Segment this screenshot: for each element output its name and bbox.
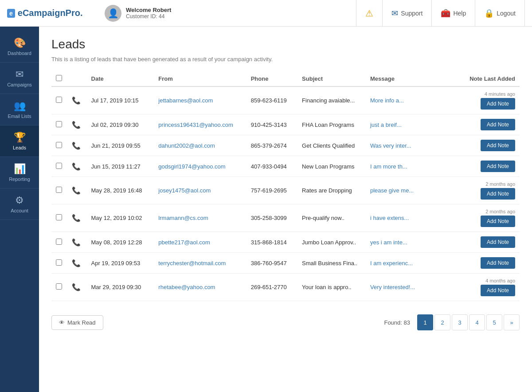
row-type-cell: 📞: [67, 114, 87, 135]
add-note-button[interactable]: Add Note: [481, 188, 515, 200]
phone-icon: 📞: [72, 214, 81, 222]
page-btn-3[interactable]: 3: [452, 314, 468, 330]
row-note-cell: 4 minutes agoAdd Note: [434, 86, 520, 114]
eye-icon: 👁: [59, 319, 65, 326]
page-btn-4[interactable]: 4: [469, 314, 485, 330]
footer-right: Found: 83 1 2 3 4 5 »: [384, 314, 520, 330]
row-checkbox[interactable]: [56, 187, 62, 193]
row-checkbox[interactable]: [56, 121, 62, 127]
leads-table: Date From Phone Subject Message Note Las…: [51, 71, 520, 301]
note-time: 2 months ago: [485, 209, 515, 214]
sidebar: 🎨 Dashboard ✉ Campaigns 👥 Email Lists 🏆 …: [0, 27, 39, 392]
row-from-cell: princess196431@yahoo.com: [154, 114, 246, 135]
message-link[interactable]: yes i am inte...: [370, 239, 407, 246]
email-link[interactable]: princess196431@yahoo.com: [158, 122, 233, 128]
row-date-cell: Jun 15, 2019 11:27: [87, 156, 154, 177]
row-note-cell: Add Note: [434, 232, 520, 253]
message-link[interactable]: I am more th...: [370, 163, 407, 170]
add-note-button[interactable]: Add Note: [481, 119, 515, 130]
row-checkbox[interactable]: [56, 142, 62, 148]
email-link[interactable]: lrmamann@cs.com: [158, 215, 208, 221]
row-type-cell: 📞: [67, 274, 87, 301]
row-message-cell: Very interested!...: [366, 274, 434, 301]
page-btn-2[interactable]: 2: [434, 314, 450, 330]
row-type-cell: 📞: [67, 86, 87, 114]
avatar: 👤: [105, 5, 121, 22]
row-from-cell: pbette217@aol.com: [154, 232, 246, 253]
message-link[interactable]: i have extens...: [370, 215, 409, 221]
add-note-button[interactable]: Add Note: [481, 98, 515, 110]
email-link[interactable]: terrychester@hotmail.com: [158, 260, 226, 267]
phone-icon: 📞: [72, 142, 81, 149]
message-link[interactable]: Very interested!...: [370, 284, 415, 290]
row-checkbox[interactable]: [56, 259, 62, 266]
row-phone-cell: 315-868-1814: [246, 232, 297, 253]
row-checkbox[interactable]: [56, 239, 62, 245]
email-link[interactable]: rhetabee@yahoo.com: [158, 284, 215, 290]
row-checkbox[interactable]: [56, 214, 62, 220]
customer-id[interactable]: Customer ID: 44: [126, 13, 171, 20]
add-note-button[interactable]: Add Note: [481, 140, 515, 151]
email-link[interactable]: dahunt2002@aol.com: [158, 142, 215, 149]
message-link[interactable]: More info a...: [370, 97, 404, 104]
email-link[interactable]: pbette217@aol.com: [158, 239, 210, 246]
mark-read-button[interactable]: 👁 Mark Read: [51, 315, 103, 330]
row-phone-cell: 269-651-2770: [246, 274, 297, 301]
email-link[interactable]: josey1475@aol.com: [158, 187, 211, 194]
select-all-checkbox[interactable]: [56, 75, 62, 81]
row-date-cell: Jul 02, 2019 09:30: [87, 114, 154, 135]
page-btn-next[interactable]: »: [504, 314, 520, 330]
page-title: Leads: [51, 37, 520, 51]
add-note-button[interactable]: Add Note: [481, 257, 515, 269]
row-phone-cell: 910-425-3143: [246, 114, 297, 135]
sidebar-label-leads: Leads: [13, 145, 26, 150]
table-row: 📞 Jun 15, 2019 11:27 godsgirl1974@yahoo.…: [51, 156, 520, 177]
help-icon: 🧰: [441, 8, 450, 18]
add-note-button[interactable]: Add Note: [481, 236, 515, 248]
sidebar-item-email-lists[interactable]: 👥 Email Lists: [0, 94, 39, 125]
row-message-cell: More info a...: [366, 86, 434, 114]
row-subject-cell: Get Clients Qualified: [297, 135, 366, 156]
sidebar-item-reporting[interactable]: 📊 Reporting: [0, 157, 39, 188]
col-header-from: From: [154, 71, 246, 86]
row-checkbox[interactable]: [56, 163, 62, 169]
add-note-button[interactable]: Add Note: [481, 161, 515, 172]
add-note-button[interactable]: Add Note: [481, 285, 515, 296]
support-icon: ✉: [391, 8, 398, 18]
email-link[interactable]: godsgirl1974@yahoo.com: [158, 163, 225, 170]
support-nav-item[interactable]: ✉ Support: [383, 0, 432, 26]
user-name: Welcome Robert: [126, 7, 171, 13]
alert-nav-item[interactable]: ⚠: [356, 0, 383, 26]
row-date-cell: Jul 17, 2019 10:15: [87, 86, 154, 114]
row-check-cell: [51, 204, 67, 232]
phone-icon: 📞: [72, 97, 81, 104]
add-note-button[interactable]: Add Note: [481, 216, 515, 227]
page-btn-1[interactable]: 1: [417, 314, 433, 330]
sidebar-label-dashboard: Dashboard: [8, 51, 31, 56]
table-row: 📞 Apr 19, 2019 09:53 terrychester@hotmai…: [51, 253, 520, 274]
help-nav-item[interactable]: 🧰 Help: [432, 0, 475, 26]
sidebar-item-campaigns[interactable]: ✉ Campaigns: [0, 63, 39, 94]
logout-nav-item[interactable]: 🔒 Logout: [475, 0, 525, 26]
row-message-cell: I am experienc...: [366, 253, 434, 274]
page-btn-5[interactable]: 5: [486, 314, 502, 330]
email-link[interactable]: jettabarnes@aol.com: [158, 97, 213, 104]
sidebar-item-account[interactable]: ⚙ Account: [0, 188, 39, 220]
row-subject-cell: FHA Loan Programs: [297, 114, 366, 135]
message-link[interactable]: just a breif...: [370, 122, 402, 128]
row-from-cell: dahunt2002@aol.com: [154, 135, 246, 156]
sidebar-label-campaigns: Campaigns: [7, 82, 32, 87]
sidebar-item-leads[interactable]: 🏆 Leads: [0, 125, 39, 157]
row-check-cell: [51, 232, 67, 253]
message-link[interactable]: I am experienc...: [370, 260, 413, 267]
row-check-cell: [51, 135, 67, 156]
row-checkbox[interactable]: [56, 283, 62, 290]
pagination: 1 2 3 4 5 »: [417, 314, 520, 330]
row-note-cell: Add Note: [434, 156, 520, 177]
row-checkbox[interactable]: [56, 97, 62, 103]
message-link[interactable]: please give me...: [370, 187, 414, 194]
row-message-cell: i have extens...: [366, 204, 434, 232]
row-message-cell: just a breif...: [366, 114, 434, 135]
sidebar-item-dashboard[interactable]: 🎨 Dashboard: [0, 31, 39, 63]
message-link[interactable]: Was very inter...: [370, 142, 411, 149]
